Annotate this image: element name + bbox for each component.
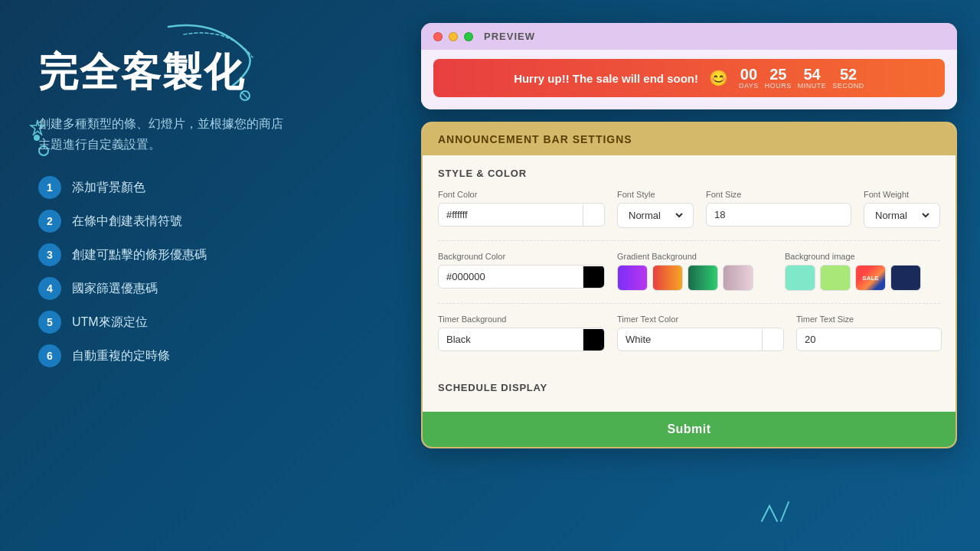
font-size-group: Font Size — [706, 190, 851, 228]
bg-img-sale[interactable]: SALE — [855, 265, 886, 291]
font-weight-group: Font Weight Normal Bold Light — [864, 190, 940, 228]
traffic-light-yellow[interactable] — [449, 32, 458, 41]
font-style-select-row[interactable]: Normal Bold Italic — [617, 203, 694, 228]
timer-text-color-swatch[interactable] — [762, 329, 783, 350]
timer-bg-input-row[interactable] — [438, 328, 605, 351]
feature-num-4: 4 — [38, 277, 61, 300]
font-color-input[interactable] — [439, 204, 583, 226]
gradient-bg-group: Gradient Background — [617, 252, 773, 291]
traffic-light-green[interactable] — [464, 32, 473, 41]
feature-num-1: 1 — [38, 176, 61, 199]
font-color-input-row[interactable] — [438, 203, 605, 227]
timer-text-size-group: Timer Text Size — [796, 315, 942, 351]
timer-bg-swatch[interactable] — [583, 329, 604, 350]
traffic-light-red[interactable] — [433, 32, 443, 41]
font-style-label: Font Style — [617, 190, 694, 199]
timer-days-label: DAYS — [739, 82, 759, 90]
form-row-2: Background Color Gradient Background — [438, 252, 940, 291]
timer-minutes: 54 MINUTE — [798, 67, 827, 90]
feature-num-3: 3 — [38, 243, 61, 266]
schedule-title: SCHEDULE DISPLAY — [438, 382, 940, 393]
timer-bg-label: Timer Background — [438, 315, 605, 324]
feature-list: 1 添加背景顏色 2 在條中創建表情符號 3 創建可點擊的條形優惠碼 4 國家篩… — [38, 176, 375, 367]
timer-seconds-value: 52 — [840, 67, 857, 82]
gradient-green[interactable] — [688, 265, 718, 291]
bg-image-options: SALE — [785, 265, 940, 291]
timer-text-size-input-row[interactable] — [796, 328, 942, 351]
bar-text: Hurry up!! The sale will end soon! — [514, 72, 698, 85]
font-weight-select[interactable]: Normal Bold Light — [872, 209, 932, 222]
left-panel: 完全客製化 創建多種類型的條、幻燈片，並根據您的商店主題進行自定義設置。 1 添… — [38, 38, 375, 367]
settings-panel: ANNOUNCEMENT BAR SETTIGNS STYLE & COLOR … — [421, 122, 957, 448]
font-color-label: Font Color — [438, 190, 605, 199]
timer-seconds-label: SECOND — [832, 82, 864, 90]
feature-num-2: 2 — [38, 210, 61, 233]
form-row-3: Timer Background Timer Text Color Timer … — [438, 315, 940, 351]
font-size-input-row[interactable] — [706, 203, 851, 227]
feature-num-5: 5 — [38, 311, 61, 334]
preview-titlebar: PREVIEW — [421, 23, 957, 50]
timer-hours-label: HOURS — [765, 82, 792, 90]
feature-text-4: 國家篩選優惠碼 — [72, 281, 158, 297]
feature-text-6: 自動重複的定時條 — [72, 348, 170, 364]
font-size-label: Font Size — [706, 190, 851, 199]
timer-bg-input[interactable] — [439, 328, 583, 350]
bar-emoji: 😊 — [709, 69, 728, 87]
bg-color-input[interactable] — [439, 266, 583, 288]
divider-2 — [438, 303, 940, 304]
timer-text-color-group: Timer Text Color — [617, 315, 784, 351]
form-row-1: Font Color Font Style Normal Bold Italic — [438, 190, 940, 228]
subtitle: 創建多種類型的條、幻燈片，並根據您的商店主題進行自定義設置。 — [38, 113, 375, 155]
divider-1 — [438, 240, 940, 241]
bg-color-swatch[interactable] — [583, 266, 604, 288]
font-style-group: Font Style Normal Bold Italic — [617, 190, 694, 228]
schedule-section: SCHEDULE DISPLAY — [423, 376, 956, 412]
timer-text-color-input-row[interactable] — [617, 328, 784, 351]
feature-text-2: 在條中創建表情符號 — [72, 214, 182, 230]
timer-hours-value: 25 — [769, 67, 786, 82]
bg-img-lime[interactable] — [820, 265, 851, 291]
timer-days-value: 00 — [740, 67, 757, 82]
submit-button[interactable]: Submit — [423, 412, 956, 447]
style-section-title: STYLE & COLOR — [438, 168, 940, 179]
timer-text-color-input[interactable] — [618, 328, 762, 350]
gradient-purple[interactable] — [617, 265, 648, 291]
feature-item-3: 3 創建可點擊的條形優惠碼 — [38, 243, 375, 266]
preview-window: PREVIEW Hurry up!! The sale will end soo… — [421, 23, 957, 109]
preview-label: PREVIEW — [484, 31, 535, 42]
settings-title: ANNOUNCEMENT BAR SETTIGNS — [438, 133, 632, 145]
feature-item-6: 6 自動重複的定時條 — [38, 344, 375, 367]
timer-text-size-label: Timer Text Size — [796, 315, 942, 324]
timer-blocks: 00 DAYS 25 HOURS 54 MINUTE 52 SECOND — [739, 67, 864, 90]
font-size-input[interactable] — [707, 204, 851, 226]
timer-bg-group: Timer Background — [438, 315, 605, 351]
bg-image-label: Background image — [785, 252, 940, 261]
feature-num-6: 6 — [38, 344, 61, 367]
timer-minutes-value: 54 — [803, 67, 820, 82]
bg-color-group: Background Color — [438, 252, 605, 291]
main-title: 完全客製化 — [38, 46, 375, 99]
bg-color-input-row[interactable] — [438, 265, 605, 289]
settings-header: ANNOUNCEMENT BAR SETTIGNS — [423, 123, 956, 155]
feature-item-2: 2 在條中創建表情符號 — [38, 210, 375, 233]
settings-body: STYLE & COLOR Font Color Font Style Norm… — [423, 155, 956, 376]
font-weight-select-row[interactable]: Normal Bold Light — [864, 203, 940, 228]
gradient-orange[interactable] — [652, 265, 683, 291]
preview-content: Hurry up!! The sale will end soon! 😊 00 … — [421, 50, 957, 109]
feature-item-5: 5 UTM來源定位 — [38, 311, 375, 334]
timer-days: 00 DAYS — [739, 67, 759, 90]
feature-text-5: UTM來源定位 — [72, 315, 148, 331]
gradient-pink[interactable] — [723, 265, 753, 291]
timer-text-size-input[interactable] — [797, 328, 941, 350]
bg-img-dark[interactable] — [890, 265, 921, 291]
gradient-options — [617, 265, 773, 291]
gradient-bg-label: Gradient Background — [617, 252, 773, 261]
deco-bottom-lines — [754, 483, 800, 532]
feature-item-4: 4 國家篩選優惠碼 — [38, 277, 375, 300]
font-color-swatch[interactable] — [583, 204, 604, 226]
feature-text-1: 添加背景顏色 — [72, 180, 145, 196]
font-color-group: Font Color — [438, 190, 605, 228]
bg-img-teal[interactable] — [785, 265, 815, 291]
font-style-select[interactable]: Normal Bold Italic — [626, 209, 685, 222]
timer-hours: 25 HOURS — [765, 67, 792, 90]
